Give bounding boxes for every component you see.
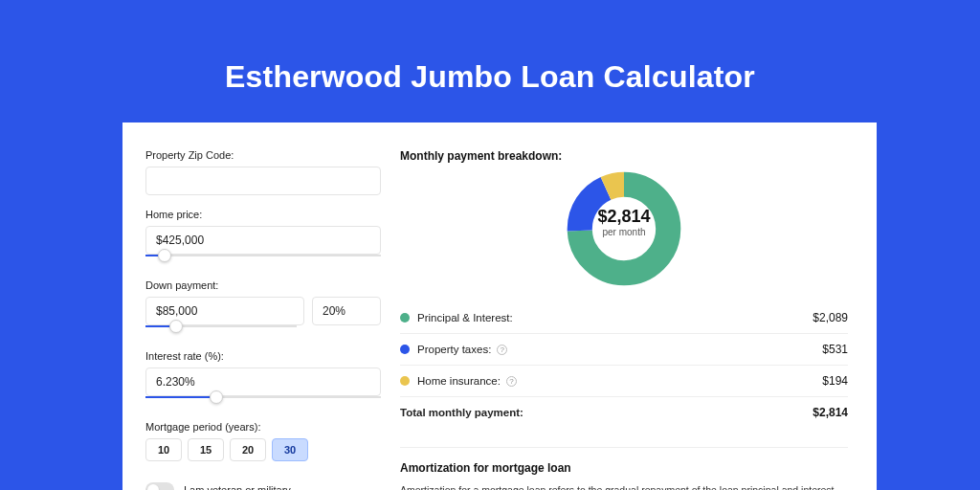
rate-input[interactable]: [145, 368, 381, 396]
legend-value: $531: [822, 343, 848, 356]
donut-subtext: per month: [566, 227, 682, 237]
breakdown-title: Monthly payment breakdown:: [400, 149, 848, 163]
legend-row: Home insurance:?$194: [400, 366, 848, 397]
down-slider[interactable]: [145, 325, 297, 333]
zip-label: Property Zip Code:: [145, 149, 381, 161]
legend-value: $2,089: [813, 311, 848, 324]
price-slider[interactable]: [145, 255, 381, 262]
price-group: Home price:: [145, 209, 381, 262]
period-label: Mortgage period (years):: [145, 421, 381, 433]
price-input[interactable]: [145, 226, 381, 255]
legend-dot-icon: [400, 313, 410, 323]
rate-group: Interest rate (%):: [145, 350, 381, 404]
down-amount-input[interactable]: [145, 297, 304, 325]
breakdown-legend: Principal & Interest:$2,089Property taxe…: [400, 302, 848, 428]
legend-dot-icon: [400, 376, 410, 386]
rate-label: Interest rate (%):: [145, 350, 381, 362]
legend-label: Property taxes:: [417, 344, 491, 355]
down-percent-input[interactable]: [312, 297, 381, 325]
period-button-10[interactable]: 10: [145, 438, 182, 461]
amortization-section: Amortization for mortgage loan Amortizat…: [400, 447, 848, 490]
results-column: Monthly payment breakdown: $2,814 per mo…: [400, 149, 848, 490]
legend-total-row: Total monthly payment:$2,814: [400, 397, 848, 428]
amortization-text: Amortization for a mortgage loan refers …: [400, 484, 848, 490]
info-icon[interactable]: ?: [506, 376, 517, 387]
veteran-toggle[interactable]: [145, 482, 174, 490]
period-group: Mortgage period (years): 10152030: [145, 421, 381, 461]
legend-label: Home insurance:: [417, 375, 501, 387]
page-title: Estherwood Jumbo Loan Calculator: [0, 0, 980, 95]
period-button-30[interactable]: 30: [272, 438, 308, 461]
down-label: Down payment:: [145, 279, 381, 291]
inputs-column: Property Zip Code: Home price: Down paym…: [145, 149, 381, 490]
donut-amount: $2,814: [566, 207, 682, 227]
zip-input[interactable]: [145, 167, 381, 195]
period-button-20[interactable]: 20: [230, 438, 266, 461]
total-value: $2,814: [813, 406, 848, 419]
total-label: Total monthly payment:: [400, 407, 523, 418]
veteran-label: I am veteran or military: [184, 484, 291, 490]
period-button-15[interactable]: 15: [188, 438, 224, 461]
price-label: Home price:: [145, 209, 381, 220]
legend-row: Principal & Interest:$2,089: [400, 302, 848, 334]
calculator-panel: Property Zip Code: Home price: Down paym…: [122, 122, 877, 490]
legend-label: Principal & Interest:: [417, 312, 513, 323]
zip-group: Property Zip Code:: [145, 149, 381, 195]
payment-donut-chart: $2,814 per month: [566, 170, 682, 287]
amortization-title: Amortization for mortgage loan: [400, 461, 848, 475]
legend-value: $194: [822, 374, 848, 388]
down-group: Down payment:: [145, 279, 381, 333]
veteran-row: I am veteran or military: [145, 482, 381, 490]
rate-slider[interactable]: [145, 396, 381, 404]
legend-dot-icon: [400, 345, 410, 354]
info-icon[interactable]: ?: [497, 345, 507, 355]
legend-row: Property taxes:?$531: [400, 334, 848, 366]
